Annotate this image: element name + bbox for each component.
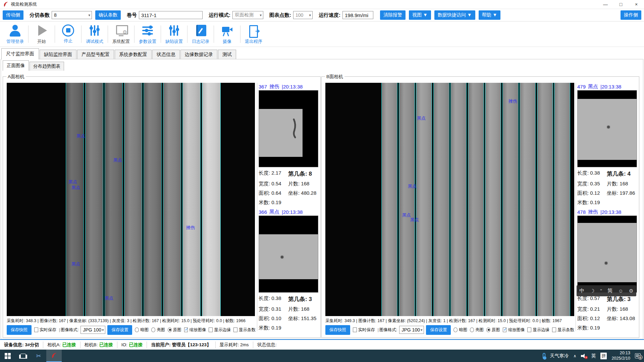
original-image-label: 原图 xyxy=(173,327,181,333)
toolbar-button-7[interactable]: 缺陷设置 xyxy=(161,24,187,45)
main-tab-bar: 尺寸监控界面缺陷监控界面产品型号配置系统参数配置状态信息边缘数据记录测试 xyxy=(1,49,237,59)
close-button[interactable]: × xyxy=(629,0,644,9)
tab-3[interactable]: 产品型号配置 xyxy=(77,50,114,59)
ime-settings-icon[interactable]: ⚙ xyxy=(629,288,633,294)
task-view-button[interactable] xyxy=(15,350,31,362)
defect-annotation: 黑点 xyxy=(105,295,113,301)
ime-emoji-icon[interactable]: ☺ xyxy=(618,288,623,294)
defect-annotation: 黑点 xyxy=(408,183,417,189)
toolbar-button-label: 参数设置 xyxy=(139,39,156,45)
ime-fullhalf-icon[interactable]: ☽ xyxy=(590,288,594,294)
camera-a-conn-label: 相机A: xyxy=(47,342,61,348)
show-count-label: 显示条数 xyxy=(239,327,256,333)
tab-5[interactable]: 状态信息 xyxy=(152,50,180,59)
subtab-2[interactable]: 分布趋势图表 xyxy=(30,62,64,71)
slit-strip xyxy=(520,83,536,316)
show-count-checkbox[interactable] xyxy=(552,327,556,332)
realtime-save-checkbox[interactable] xyxy=(34,327,38,332)
ime-toolbar[interactable]: 中 ☽ ” 简 ☺ ⚙ xyxy=(577,285,636,296)
ime-mode-icon[interactable]: 中 xyxy=(579,288,584,294)
tray-expand-icon[interactable]: ∧ xyxy=(574,354,577,358)
camera-a-defect-cards: 367挫伤|20:13:38 长度: 2.17 第几条: 8 宽度: 0.54 … xyxy=(257,83,319,331)
bright-image-radio[interactable] xyxy=(470,327,474,332)
monitor-icon: ⚙ xyxy=(114,24,128,37)
ime-punctuation-icon[interactable]: ” xyxy=(600,288,602,294)
notification-center-icon[interactable]: 6 xyxy=(635,353,641,358)
roll-number-input[interactable]: 3117-1 xyxy=(139,11,203,19)
subtab-1[interactable]: 正面图像 xyxy=(3,60,29,71)
display-time: 显示耗时: 2ms xyxy=(216,342,253,348)
show-edge-checkbox[interactable] xyxy=(527,327,531,332)
dark-image-radio[interactable] xyxy=(135,327,139,332)
maximize-button[interactable]: □ xyxy=(613,0,629,9)
tab-6[interactable]: 边缘数据记录 xyxy=(180,50,217,59)
slit-strip xyxy=(105,83,123,316)
save-snapshot-button[interactable]: 保存快照 xyxy=(325,325,350,335)
toolbar-button-1[interactable]: 管理登录 xyxy=(2,24,28,45)
toolbar-button-10[interactable]: 退出程序 xyxy=(240,24,267,45)
clock[interactable]: 20:13 2025/2/10 xyxy=(611,351,630,361)
dark-image-radio[interactable] xyxy=(453,327,458,332)
original-image-radio[interactable] xyxy=(168,327,172,332)
defect-card[interactable]: 479黑点|20:13:38 长度: 0.38 第几条: 4 宽度: 0.35 … xyxy=(577,83,637,206)
realtime-save-checkbox[interactable] xyxy=(353,327,357,332)
ime-simplified-icon[interactable]: 简 xyxy=(607,288,612,294)
defect-card[interactable]: 367挫伤|20:13:38 长度: 2.17 第几条: 8 宽度: 0.54 … xyxy=(259,83,318,206)
defect-annotation: 黑点 xyxy=(417,115,426,121)
toolbar-button-5[interactable]: ⚙系统配置 xyxy=(108,24,134,45)
start-button[interactable] xyxy=(0,350,15,362)
operate-side-button[interactable]: 操作侧 xyxy=(621,10,641,20)
toolbar-button-9[interactable]: 摄像 xyxy=(214,24,240,45)
defect-card[interactable]: 478挫伤|20:13:38 长度: 0.57 第几条: 3 宽度: 0.21 … xyxy=(577,208,637,331)
image-format-label: 图像格式: xyxy=(379,327,397,333)
toolbar-button-4[interactable]: 调试模式 xyxy=(82,24,108,45)
toolbar-button-6[interactable]: 参数设置 xyxy=(135,24,161,45)
run-mode-select[interactable]: 双面检测 xyxy=(232,11,263,19)
taskbar-app-vision-system[interactable] xyxy=(46,350,62,362)
minimize-button[interactable]: — xyxy=(598,0,613,9)
show-edge-label: 显示边缘 xyxy=(533,327,549,333)
app-logo-icon xyxy=(3,1,9,7)
save-snapshot-button[interactable]: 保存快照 xyxy=(7,325,32,335)
tab-7[interactable]: 测试 xyxy=(218,50,236,59)
show-edge-checkbox[interactable] xyxy=(209,327,213,332)
slit-strip xyxy=(399,83,415,316)
language-indicator[interactable]: 英 xyxy=(591,353,596,359)
thermometer-icon[interactable] xyxy=(543,353,545,359)
clear-alarm-button[interactable]: 清除报警 xyxy=(380,10,406,20)
slice-count-select[interactable]: 8 xyxy=(52,11,92,19)
zoom-image-checkbox[interactable] xyxy=(184,327,188,332)
defect-thumbnail xyxy=(259,90,318,167)
toolbar-button-2[interactable]: 开始 xyxy=(29,24,55,45)
chart-points-select[interactable]: 100 xyxy=(293,11,313,19)
defect-annotation: 黑点 xyxy=(410,217,419,223)
slit-strip xyxy=(202,83,221,316)
volume-muted-icon[interactable]: ✕ xyxy=(581,354,586,358)
save-settings-button[interactable]: 保存设置 xyxy=(107,325,132,335)
tab-1[interactable]: 尺寸监控界面 xyxy=(1,48,39,59)
drive-side-button[interactable]: 传动侧 xyxy=(3,10,23,20)
taskbar-app-snip[interactable]: ✂ xyxy=(31,350,46,362)
defect-card[interactable]: 366黑点|20:13:38 长度: 0.38 第几条: 3 宽度: 0.31 … xyxy=(259,208,318,331)
confirm-count-button[interactable]: 确认条数 xyxy=(95,10,121,20)
camera-a-title: A面相机 xyxy=(6,74,26,80)
tab-2[interactable]: 缺陷监控界面 xyxy=(40,50,76,59)
data-quick-access-button[interactable]: 数据快捷访问 ▼ xyxy=(434,10,475,20)
weather-text[interactable]: 天气寒冷 xyxy=(550,353,569,359)
bright-image-radio[interactable] xyxy=(151,327,155,332)
help-menu-button[interactable]: 帮助 ▼ xyxy=(479,10,501,20)
view-menu-button[interactable]: 视图 ▼ xyxy=(409,10,431,20)
image-format-select[interactable]: JPG 100 xyxy=(80,326,105,334)
original-image-radio[interactable] xyxy=(486,327,490,332)
tab-4[interactable]: 系统参数配置 xyxy=(115,50,152,59)
toolbar-button-8[interactable]: 日志记录 xyxy=(187,24,214,45)
zoom-image-checkbox[interactable] xyxy=(503,327,507,332)
toolbar-button-3[interactable]: 停止 xyxy=(55,24,81,44)
save-settings-button[interactable]: 保存设置 xyxy=(426,325,451,335)
image-format-select[interactable]: JPG 100 xyxy=(399,326,424,334)
defect-card-header: 479黑点|20:13:38 xyxy=(577,83,637,90)
ime-indicator[interactable]: 拼 xyxy=(600,353,607,359)
show-count-checkbox[interactable] xyxy=(233,327,237,332)
slit-strip xyxy=(144,83,162,316)
slit-strip xyxy=(450,83,467,316)
